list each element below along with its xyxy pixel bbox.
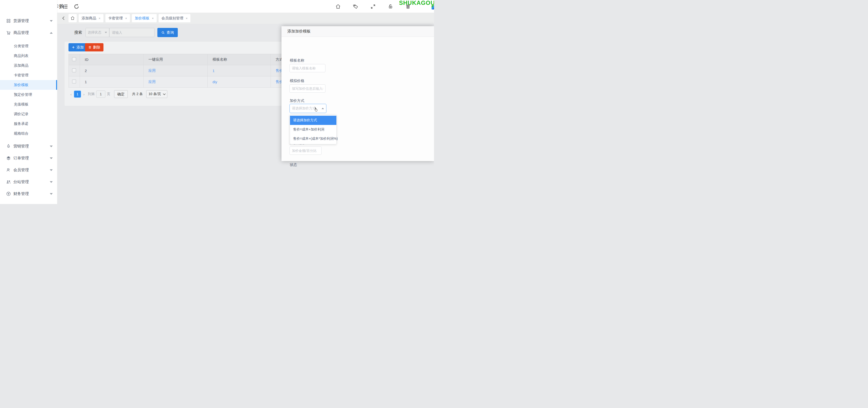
next-page-icon[interactable]: › <box>81 92 87 96</box>
dropdown-option[interactable]: 售价=成本+(成本*加价利润%) <box>290 134 336 143</box>
markup-mode-dropdown: 请选择加价方式 售价=成本+加价利润 售价=成本+(成本*加价利润%) <box>290 115 337 144</box>
tab-card-secret[interactable]: 卡密管理× <box>105 14 130 22</box>
add-button[interactable]: 添加 <box>68 43 87 52</box>
sidebar-item-price-adjust-log[interactable]: 调价记录 <box>0 109 57 119</box>
trash-icon <box>88 45 92 49</box>
chevron-down-icon <box>105 32 107 33</box>
goods-submenu: 分类管理 商品列表 添加商品 卡密管理 加价模板 预定价管理 充值模板 调价记录… <box>0 39 57 140</box>
select-all-checkbox[interactable] <box>72 57 76 61</box>
users-icon <box>6 179 11 184</box>
chevron-up-icon <box>321 108 324 109</box>
dropdown-option[interactable]: 请选择加价方式 <box>290 116 336 125</box>
goto-label: 到第 <box>88 92 95 96</box>
close-icon[interactable]: × <box>152 16 154 20</box>
chevron-down-icon <box>50 145 53 147</box>
tab-member-level[interactable]: 会员级别管理× <box>159 14 191 22</box>
chevron-down-icon <box>50 193 53 195</box>
flame-icon <box>6 144 11 149</box>
template-name-input[interactable] <box>289 64 326 72</box>
sim-price-input[interactable] <box>289 84 326 93</box>
home-icon <box>70 16 75 21</box>
sidebar-item-members[interactable]: 会员管理 <box>0 165 57 175</box>
sidebar-item-label: 分站管理 <box>13 179 48 184</box>
search-label: 搜索 <box>74 30 82 35</box>
status-select[interactable]: 选择状态 <box>86 28 109 37</box>
grid-icon <box>6 19 11 23</box>
tab-home[interactable] <box>68 14 77 22</box>
sidebar-item-marketing[interactable]: 营销管理 <box>0 141 57 151</box>
header-action-icons <box>335 4 411 9</box>
markup-mode-label: 加价方式 <box>290 99 304 103</box>
tab-add-product[interactable]: 添加商品× <box>79 14 103 22</box>
plus-icon <box>72 45 75 49</box>
lock-icon[interactable] <box>388 4 393 9</box>
chevron-down-icon <box>163 93 166 95</box>
sidebar-item-card-secret[interactable]: 卡密管理 <box>0 70 57 80</box>
row-checkbox[interactable] <box>72 79 76 83</box>
drawer-header: 添加加价模板 <box>281 26 434 37</box>
row-checkbox[interactable] <box>72 68 76 72</box>
home-icon[interactable] <box>335 4 341 9</box>
cart-icon <box>6 30 11 35</box>
delete-button[interactable]: 删除 <box>85 43 103 52</box>
cell-id: 1 <box>80 76 144 88</box>
user-icon <box>6 168 11 172</box>
query-button[interactable]: 查询 <box>157 28 178 37</box>
sidebar-item-substation[interactable]: 分站管理 <box>0 177 57 187</box>
sidebar-item-supply[interactable]: 货源管理 <box>0 15 57 26</box>
tab-bar: 添加商品× 卡密管理× 加价模板× 会员级别管理× <box>57 12 434 24</box>
chevron-down-icon <box>50 158 53 159</box>
sidebar-item-markup-template[interactable]: 加价模板 <box>0 80 57 90</box>
mouse-cursor <box>314 107 319 112</box>
top-header: SHUKAGOU 数卡购 ShuKaGou.Com 数卡购 <box>0 0 434 12</box>
yen-circle-icon <box>6 192 11 196</box>
apply-link[interactable]: 应用 <box>148 68 156 72</box>
search-input[interactable] <box>109 28 154 37</box>
sidebar-item-orders[interactable]: 订单管理 <box>0 153 57 164</box>
sidebar-item-add-product[interactable]: 添加商品 <box>0 61 57 70</box>
sidebar-collapse-icon[interactable] <box>62 3 68 10</box>
sidebar-item-category[interactable]: 分类管理 <box>0 41 57 51</box>
sidebar-item-recharge-template[interactable]: 充值模板 <box>0 99 57 109</box>
goto-page-input[interactable] <box>96 91 105 98</box>
tabs-scroll-left-icon[interactable] <box>61 16 66 21</box>
add-markup-template-drawer: 添加加价模板 模板名称 模拟价格 加价方式 请选择加价方式 加价利润 请选择加价… <box>281 26 434 161</box>
markup-amount-input[interactable] <box>289 146 321 155</box>
sidebar-item-label: 订单管理 <box>13 156 48 161</box>
tab-markup-template[interactable]: 加价模板× <box>132 14 157 22</box>
fullscreen-icon[interactable] <box>370 4 376 9</box>
sidebar-item-finance[interactable]: 财务管理 <box>0 189 57 199</box>
chevron-down-icon <box>50 20 53 22</box>
template-name-link[interactable]: diy <box>213 80 217 84</box>
sidebar-item-preset-price[interactable]: 预定价管理 <box>0 90 57 99</box>
sidebar-item-label: 营销管理 <box>13 144 48 149</box>
sidebar-item-label: 会员管理 <box>13 168 48 173</box>
apply-link[interactable]: 应用 <box>148 79 156 84</box>
chevron-down-icon <box>50 181 53 183</box>
prev-page-icon[interactable]: ‹ <box>68 92 73 96</box>
dropdown-option[interactable]: 售价=成本+加价利润 <box>290 125 336 134</box>
tag-icon[interactable] <box>353 4 358 9</box>
chevron-down-icon <box>50 169 53 171</box>
sidebar: 货源管理 商品管理 分类管理 商品列表 添加商品 卡密管理 加价模板 预定价管理… <box>0 0 57 204</box>
status-label: 状态 <box>290 163 297 167</box>
refresh-icon[interactable] <box>73 3 80 10</box>
sidebar-item-goods[interactable]: 商品管理 <box>0 27 57 38</box>
page-size-select[interactable]: 10 条/页 <box>146 90 167 98</box>
trash-icon[interactable] <box>405 4 411 9</box>
close-icon[interactable]: × <box>125 16 127 20</box>
goto-confirm-button[interactable]: 确定 <box>114 90 128 98</box>
template-name-link[interactable]: 1 <box>213 69 214 73</box>
sidebar-item-spec-combo[interactable]: 规格组合 <box>0 129 57 138</box>
pagination: ‹ 1 › 到第 页 确定 共 2 条 10 条/页 <box>68 90 167 98</box>
layers-icon <box>6 156 11 161</box>
markup-mode-select[interactable]: 请选择加价方式 <box>289 104 327 113</box>
sidebar-item-service-promise[interactable]: 服务承诺 <box>0 119 57 129</box>
sidebar-item-product-list[interactable]: 商品列表 <box>0 51 57 61</box>
page-number-active[interactable]: 1 <box>74 91 81 98</box>
sim-price-label: 模拟价格 <box>290 78 304 83</box>
close-icon[interactable]: × <box>99 16 100 20</box>
cell-id: 2 <box>80 65 144 76</box>
close-icon[interactable]: × <box>186 16 188 20</box>
drawer-title: 添加加价模板 <box>287 29 311 34</box>
